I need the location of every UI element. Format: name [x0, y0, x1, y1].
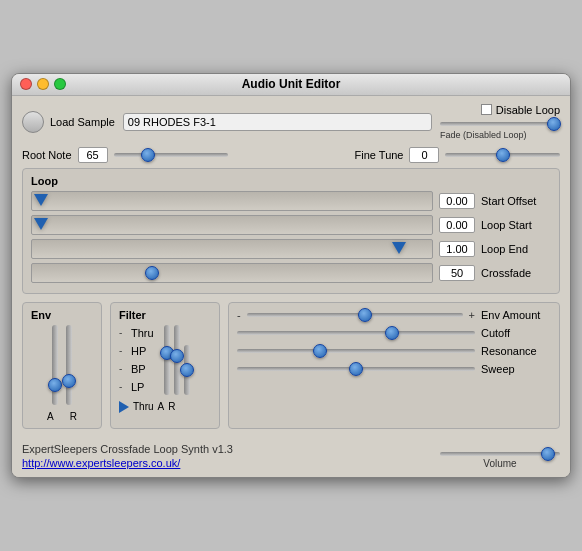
loop-section: Loop Start Offset Loop Start: [22, 168, 560, 294]
top-right-controls: Disable Loop Fade (Disabled Loop): [440, 104, 560, 140]
env-amount-minus: -: [237, 309, 241, 321]
root-note-slider-thumb[interactable]: [141, 148, 155, 162]
resonance-track: [237, 349, 475, 353]
filter-thru-button[interactable]: [119, 401, 129, 413]
loop-start-thumb[interactable]: [34, 218, 48, 230]
crossfade-row: Crossfade: [31, 263, 551, 283]
volume-area: Volume: [440, 452, 560, 469]
sweep-thumb[interactable]: [349, 362, 363, 376]
disable-loop-label: Disable Loop: [496, 104, 560, 116]
traffic-lights: [20, 78, 66, 90]
env-amount-thumb[interactable]: [358, 308, 372, 322]
crossfade-label: Crossfade: [481, 267, 551, 279]
loop-end-label: Loop End: [481, 243, 551, 255]
fine-tune-slider-thumb[interactable]: [496, 148, 510, 162]
filter-slider-1[interactable]: [164, 325, 170, 395]
env-amount-label: Env Amount: [481, 309, 551, 321]
crossfade-thumb[interactable]: [145, 266, 159, 280]
disable-loop-checkbox[interactable]: [481, 104, 492, 115]
right-sliders-section: - + Env Amount Cutoff: [228, 302, 560, 429]
crossfade-slider-area: [31, 263, 433, 283]
env-label-row: A R: [31, 411, 93, 422]
sample-name-field[interactable]: [123, 113, 432, 131]
filter-r-label: R: [168, 401, 175, 412]
titlebar: Audio Unit Editor: [12, 74, 570, 96]
resonance-label: Resonance: [481, 345, 551, 357]
cutoff-thumb[interactable]: [385, 326, 399, 340]
thru-label: Thru: [131, 327, 156, 339]
start-offset-row: Start Offset: [31, 191, 551, 211]
zoom-button[interactable]: [54, 78, 66, 90]
volume-thumb[interactable]: [541, 447, 555, 461]
loop-start-label: Loop Start: [481, 219, 551, 231]
footer-text-area: ExpertSleepers Crossfade Loop Synth v1.3…: [22, 441, 233, 470]
filter-thru-row: - Thru: [119, 327, 156, 339]
filter-bottom-row: Thru A R: [119, 401, 211, 413]
root-note-slider-track: [114, 153, 229, 157]
fine-tune-slider-track: [445, 153, 560, 157]
lp-label: LP: [131, 381, 156, 393]
bp-label: BP: [131, 363, 156, 375]
loop-end-thumb[interactable]: [392, 242, 406, 254]
filter-slider-3-thumb[interactable]: [180, 363, 194, 377]
start-offset-slider-area: [31, 191, 433, 211]
cutoff-track: [237, 331, 475, 335]
loop-end-row: Loop End: [31, 239, 551, 259]
loop-section-label: Loop: [31, 175, 551, 187]
website-link[interactable]: http://www.expertsleepers.co.uk/: [22, 457, 180, 469]
filter-bp-row: - BP: [119, 363, 156, 375]
fade-slider-row: Fade (Disabled Loop): [440, 118, 560, 140]
bp-dash: -: [119, 363, 127, 374]
root-note-field[interactable]: [78, 147, 108, 163]
loop-end-field[interactable]: [439, 241, 475, 257]
start-offset-field[interactable]: [439, 193, 475, 209]
params-row: Root Note Fine Tune: [22, 146, 560, 164]
env-r-label: R: [70, 411, 77, 422]
attack-slider-thumb[interactable]: [48, 378, 62, 392]
content-area: Load Sample Disable Loop Fade (Disabled …: [12, 96, 570, 478]
top-row: Load Sample Disable Loop Fade (Disabled …: [22, 104, 560, 140]
filter-slider-2[interactable]: [174, 325, 180, 395]
load-sample-area: Load Sample: [22, 111, 115, 133]
env-section-label: Env: [31, 309, 93, 321]
loop-start-field[interactable]: [439, 217, 475, 233]
resonance-thumb[interactable]: [313, 344, 327, 358]
release-slider-container: [66, 325, 72, 405]
minimize-button[interactable]: [37, 78, 49, 90]
filter-slider-2-thumb[interactable]: [170, 349, 184, 363]
filter-section: Filter - Thru - HP -: [110, 302, 220, 429]
main-window: Audio Unit Editor Load Sample Disable Lo…: [11, 73, 571, 479]
attack-slider-container: [52, 325, 58, 405]
filter-section-label: Filter: [119, 309, 211, 321]
thru-dash: -: [119, 327, 127, 338]
fine-tune-label: Fine Tune: [355, 149, 404, 161]
fine-tune-field[interactable]: [409, 147, 439, 163]
volume-label: Volume: [483, 458, 516, 469]
loop-end-slider-area: [31, 239, 433, 259]
load-sample-label: Load Sample: [50, 116, 115, 128]
release-slider-thumb[interactable]: [62, 374, 76, 388]
release-slider-track: [66, 325, 72, 405]
env-sliders-row: [31, 325, 93, 405]
resonance-row: Resonance: [237, 345, 551, 357]
start-offset-label: Start Offset: [481, 195, 551, 207]
filter-slider-3[interactable]: [184, 345, 190, 395]
cutoff-row: Cutoff: [237, 327, 551, 339]
start-offset-thumb[interactable]: [34, 194, 48, 206]
filter-type-list: - Thru - HP - BP - LP: [119, 325, 156, 395]
env-amount-row: - + Env Amount: [237, 309, 551, 321]
crossfade-field[interactable]: [439, 265, 475, 281]
hp-label: HP: [131, 345, 156, 357]
close-button[interactable]: [20, 78, 32, 90]
env-a-label: A: [47, 411, 54, 422]
loop-start-slider-area: [31, 215, 433, 235]
product-name: ExpertSleepers Crossfade Loop Synth v1.3: [22, 441, 233, 458]
fade-slider-thumb[interactable]: [547, 117, 561, 131]
loop-start-row: Loop Start: [31, 215, 551, 235]
filter-sliders-area: [164, 325, 190, 395]
env-amount-track: [247, 313, 463, 317]
footer-row: ExpertSleepers Crossfade Loop Synth v1.3…: [22, 437, 560, 470]
sweep-label: Sweep: [481, 363, 551, 375]
load-sample-circle-button[interactable]: [22, 111, 44, 133]
filter-thru2-label: Thru: [133, 401, 154, 412]
